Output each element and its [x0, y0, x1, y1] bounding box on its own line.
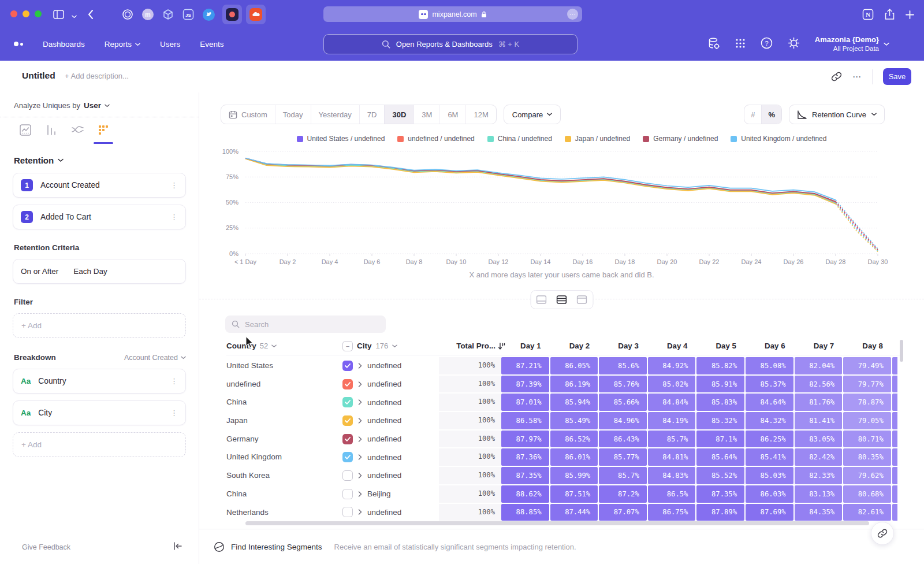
- expand-row-icon[interactable]: [358, 381, 362, 387]
- row-checkbox[interactable]: [342, 507, 353, 517]
- retention-value-cell[interactable]: 85.64%: [696, 448, 744, 466]
- collapse-sidebar-icon[interactable]: [173, 542, 182, 552]
- retention-value-cell[interactable]: 80.35%: [843, 448, 891, 466]
- retention-value-cell[interactable]: 87.21%: [501, 357, 549, 374]
- floating-share-link-button[interactable]: [871, 522, 894, 545]
- retention-value-cell[interactable]: 86.5%: [648, 485, 696, 503]
- range-button-custom[interactable]: Custom: [221, 105, 275, 124]
- retention-value-cell[interactable]: 87.51%: [550, 485, 598, 503]
- kebab-menu-icon[interactable]: ⋮: [170, 213, 178, 221]
- analyze-entity-dropdown[interactable]: User: [84, 101, 101, 110]
- expand-row-icon[interactable]: [358, 363, 362, 369]
- step-card-2[interactable]: 2 Added To Cart ⋮: [13, 205, 186, 229]
- expand-row-icon[interactable]: [358, 473, 362, 478]
- retention-value-cell[interactable]: 85.7%: [599, 467, 647, 484]
- retention-value-cell[interactable]: 84.81%: [648, 448, 696, 466]
- extension-ring-icon[interactable]: [120, 7, 135, 22]
- retention-value-cell[interactable]: 86.75%: [648, 504, 696, 521]
- retention-value-cell[interactable]: 88.62%: [501, 485, 549, 503]
- retention-value-cell[interactable]: 87.44%: [550, 504, 598, 521]
- back-button[interactable]: [83, 7, 98, 22]
- expand-row-icon[interactable]: [358, 509, 362, 515]
- retention-value-cell[interactable]: 86.01%: [550, 448, 598, 466]
- retention-value-cell[interactable]: 87.69%: [746, 504, 793, 521]
- retention-value-cell[interactable]: 85.77%: [599, 448, 647, 466]
- retention-value-cell[interactable]: 81.76%: [795, 394, 843, 411]
- retention-value-cell[interactable]: 87.35%: [696, 485, 744, 503]
- row-checkbox[interactable]: [342, 379, 353, 389]
- column-header-day[interactable]: Day 6: [746, 338, 793, 354]
- criteria-condition[interactable]: On or After: [21, 267, 58, 276]
- retention-value-cell[interactable]: 84.84%: [648, 394, 696, 411]
- more-options-button[interactable]: ⋯: [852, 72, 862, 82]
- retention-value-cell[interactable]: 79.77%: [843, 376, 891, 393]
- retention-value-cell[interactable]: 87.39%: [501, 376, 549, 393]
- retention-value-cell[interactable]: 84.64%: [746, 394, 793, 411]
- row-checkbox[interactable]: [342, 361, 353, 371]
- retention-value-cell[interactable]: 88.85%: [501, 504, 549, 521]
- segments-title[interactable]: Find Interesting Segments: [231, 543, 322, 551]
- breakdown-card-city[interactable]: Aa City ⋮: [13, 400, 186, 425]
- retention-value-cell[interactable]: 80.68%: [843, 485, 891, 503]
- retention-value-cell[interactable]: 87.07%: [599, 504, 647, 521]
- copy-link-icon[interactable]: [831, 71, 842, 82]
- retention-value-cell[interactable]: 86.43%: [599, 431, 647, 448]
- column-header-city[interactable]: – City 176: [342, 338, 397, 354]
- row-checkbox[interactable]: [342, 397, 353, 407]
- settings-gear-icon[interactable]: [788, 37, 800, 51]
- url-more-button[interactable]: ⋯: [567, 9, 578, 20]
- column-header-day[interactable]: Day 2: [550, 338, 598, 354]
- give-feedback-link[interactable]: Give Feedback: [22, 543, 70, 551]
- retention-value-cell[interactable]: 85.49%: [550, 412, 598, 429]
- kebab-menu-icon[interactable]: ⋮: [170, 409, 178, 417]
- minimize-window-button[interactable]: [23, 10, 29, 17]
- range-button-7d[interactable]: 7D: [359, 105, 385, 124]
- retention-value-cell[interactable]: 82.33%: [795, 467, 843, 484]
- range-button-30d[interactable]: 30D: [384, 105, 413, 124]
- retention-value-cell[interactable]: 85.94%: [550, 394, 598, 411]
- retention-value-cell[interactable]: 86.52%: [550, 431, 598, 448]
- range-button-12m[interactable]: 12M: [465, 105, 495, 124]
- retention-value-cell[interactable]: 87.1%: [696, 431, 744, 448]
- table-only-view-button[interactable]: [573, 292, 591, 307]
- share-icon[interactable]: [882, 7, 897, 22]
- retention-value-cell[interactable]: 82.61%: [843, 504, 891, 521]
- percent-mode-button[interactable]: %: [761, 105, 781, 124]
- retention-value-cell[interactable]: 79.05%: [843, 412, 891, 429]
- retention-value-cell[interactable]: 84.83%: [648, 467, 696, 484]
- extension-cube-icon[interactable]: [161, 7, 176, 22]
- tab-bars[interactable]: [44, 123, 58, 137]
- retention-value-cell[interactable]: 86.03%: [746, 485, 793, 503]
- legend-item[interactable]: Japan / undefined: [565, 135, 630, 143]
- retention-value-cell[interactable]: 83.13%: [795, 485, 843, 503]
- retention-value-cell[interactable]: 87.01%: [501, 394, 549, 411]
- row-checkbox[interactable]: [342, 434, 353, 444]
- range-button-today[interactable]: Today: [275, 105, 311, 124]
- column-header-day[interactable]: Day 1: [501, 338, 549, 354]
- table-search-input[interactable]: Search: [225, 316, 386, 333]
- project-switcher[interactable]: Amazonia {Demo} All Project Data: [815, 35, 889, 53]
- apps-grid-icon[interactable]: [735, 38, 746, 51]
- retention-value-cell[interactable]: 87.2%: [599, 485, 647, 503]
- column-header-day[interactable]: Day 5: [696, 338, 744, 354]
- retention-value-cell[interactable]: 79.62%: [843, 467, 891, 484]
- retention-value-cell[interactable]: 85.82%: [696, 357, 744, 374]
- kebab-menu-icon[interactable]: ⋮: [170, 181, 178, 189]
- url-bar[interactable]: mixpanel.com ⋯: [323, 6, 582, 22]
- save-button[interactable]: Save: [883, 68, 911, 85]
- tab-retention[interactable]: [96, 123, 110, 137]
- retention-value-cell[interactable]: 85.52%: [696, 467, 744, 484]
- retention-value-cell[interactable]: 85.32%: [696, 412, 744, 429]
- retention-value-cell[interactable]: 83.05%: [795, 431, 843, 448]
- retention-value-cell[interactable]: 86.19%: [550, 376, 598, 393]
- expand-row-icon[interactable]: [358, 436, 362, 442]
- retention-value-cell[interactable]: 86.25%: [746, 431, 793, 448]
- column-header-day[interactable]: Day 4: [648, 338, 696, 354]
- retention-value-cell[interactable]: 85.41%: [746, 448, 793, 466]
- close-window-button[interactable]: [10, 10, 17, 17]
- step-card-1[interactable]: 1 Account Created ⋮: [13, 173, 186, 198]
- help-icon[interactable]: ?: [761, 37, 773, 51]
- range-button-3m[interactable]: 3M: [413, 105, 439, 124]
- select-all-checkbox[interactable]: –: [342, 341, 353, 351]
- column-header-day[interactable]: Day 3: [599, 338, 647, 354]
